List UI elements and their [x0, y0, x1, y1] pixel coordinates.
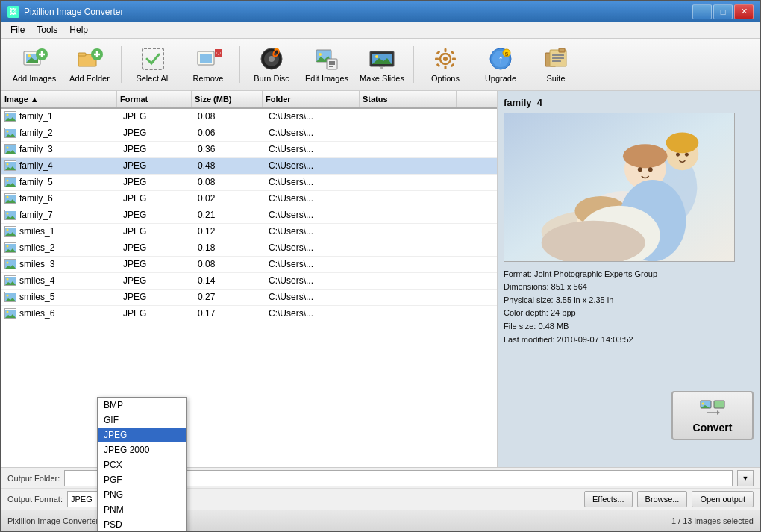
file-folder: C:\Users\... [263, 226, 360, 237]
col-header-folder[interactable]: Folder [263, 91, 360, 107]
title-bar: 🖼 Pixillion Image Converter — □ ✕ [1, 1, 760, 22]
output-folder-dropdown[interactable]: ▼ [737, 470, 754, 486]
remove-button[interactable]: Remove [181, 41, 235, 87]
file-folder: C:\Users\... [263, 128, 360, 138]
svg-point-103 [666, 132, 699, 153]
dropdown-option[interactable]: PCX [98, 457, 186, 472]
upgrade-icon: ↑ $ [487, 46, 514, 72]
dropdown-option[interactable]: JPEG 2000 [98, 442, 186, 457]
menu-help[interactable]: Help [63, 23, 94, 37]
svg-rect-39 [435, 58, 439, 60]
options-label: Options [431, 74, 460, 83]
svg-rect-38 [445, 66, 447, 69]
convert-icon [699, 398, 726, 419]
file-thumb-icon [4, 259, 16, 269]
svg-point-24 [319, 53, 322, 56]
close-button[interactable]: ✕ [734, 4, 754, 19]
file-name: family_5 [19, 177, 53, 187]
table-row[interactable]: smiles_1 JPEG 0.12 C:\Users\... [1, 224, 497, 240]
dropdown-option[interactable]: PNM [98, 502, 186, 517]
svg-rect-115 [714, 401, 724, 408]
convert-button[interactable]: Convert [671, 391, 754, 440]
make-slides-button[interactable]: Make Slides [355, 41, 409, 87]
toolbar-sep-1 [121, 46, 122, 83]
dropdown-option[interactable]: BMP [98, 398, 186, 413]
table-row[interactable]: family_5 JPEG 0.08 C:\Users\... [1, 175, 497, 191]
file-name: smiles_1 [19, 226, 54, 237]
svg-rect-44 [451, 63, 455, 68]
add-folder-button[interactable]: Add Folder [63, 41, 116, 87]
dropdown-option[interactable]: JPEG [98, 428, 186, 442]
file-folder: C:\Users\... [263, 177, 360, 187]
file-thumb-icon [4, 210, 16, 220]
dropdown-option[interactable]: PSD [98, 517, 186, 532]
file-format: JPEG [117, 128, 192, 138]
table-row[interactable]: smiles_4 JPEG 0.14 C:\Users\... [1, 273, 497, 290]
table-row[interactable]: family_6 JPEG 0.02 C:\Users\... [1, 191, 497, 207]
burn-disc-button[interactable]: Burn Disc [245, 41, 298, 87]
edit-images-button[interactable]: Edit Images [300, 41, 354, 87]
file-folder: C:\Users\... [263, 259, 360, 269]
browse-button[interactable]: Browse... [637, 491, 688, 507]
preview-format: Format: Joint Photographic Experts Group [504, 268, 754, 281]
table-row[interactable]: smiles_5 JPEG 0.27 C:\Users\... [1, 290, 497, 306]
svg-rect-41 [436, 51, 441, 55]
open-output-button[interactable]: Open output [692, 491, 754, 507]
col-header-format[interactable]: Format [117, 91, 192, 107]
svg-rect-52 [552, 54, 564, 56]
file-thumb-icon [4, 160, 16, 171]
table-row[interactable]: smiles_2 JPEG 0.18 C:\Users\... [1, 240, 497, 257]
col-header-status[interactable]: Status [360, 91, 457, 107]
table-row[interactable]: family_7 JPEG 0.21 C:\Users\... [1, 207, 497, 224]
options-button[interactable]: Options [419, 41, 472, 87]
file-size: 0.14 [192, 275, 263, 286]
select-all-icon [140, 46, 166, 72]
format-dropdown[interactable]: BMPGIFJPEGJPEG 2000PCXPGFPNGPNMPSDRASTGA… [97, 397, 187, 532]
file-rows: family_1 JPEG 0.08 C:\Users\... family_2… [1, 109, 497, 468]
dropdown-option[interactable]: GIF [98, 413, 186, 428]
svg-point-70 [7, 179, 9, 181]
preview-info: Format: Joint Photographic Experts Group… [504, 268, 754, 347]
file-folder: C:\Users\... [263, 275, 360, 286]
svg-point-58 [7, 113, 9, 116]
file-format: JPEG [117, 177, 192, 187]
select-all-button[interactable]: Select All [126, 41, 180, 87]
svg-point-94 [7, 310, 9, 313]
file-folder: C:\Users\... [263, 242, 360, 253]
table-row[interactable]: family_1 JPEG 0.08 C:\Users\... [1, 109, 497, 125]
file-format: JPEG [117, 193, 192, 204]
make-slides-icon [369, 46, 395, 72]
file-size: 0.08 [192, 177, 263, 187]
preview-filesize: File size: 0.48 MB [504, 320, 754, 334]
file-name: family_7 [19, 210, 53, 220]
burn-disc-label: Burn Disc [254, 74, 289, 83]
preview-image [504, 113, 735, 262]
table-row[interactable]: family_2 JPEG 0.06 C:\Users\... [1, 125, 497, 142]
col-header-image[interactable]: Image ▲ [1, 91, 117, 107]
dropdown-option[interactable]: PGF [98, 472, 186, 487]
svg-point-3 [28, 54, 31, 57]
suite-button[interactable]: Suite [529, 41, 583, 87]
file-thumb-icon [4, 292, 16, 302]
convert-label: Convert [693, 422, 733, 434]
add-images-button[interactable]: Add Images [7, 41, 61, 87]
minimize-button[interactable]: — [692, 4, 712, 19]
file-thumb-icon [4, 308, 16, 319]
file-size: 0.27 [192, 292, 263, 302]
col-header-size[interactable]: Size (MB) [192, 91, 263, 107]
svg-rect-8 [78, 53, 86, 56]
svg-text:$: $ [505, 51, 509, 57]
maximize-button[interactable]: □ [713, 4, 733, 19]
table-row[interactable]: smiles_3 JPEG 0.08 C:\Users\... [1, 257, 497, 273]
table-row[interactable]: smiles_6 JPEG 0.17 C:\Users\... [1, 306, 497, 322]
dropdown-option[interactable]: PNG [98, 487, 186, 502]
effects-button[interactable]: Effects... [584, 491, 633, 507]
svg-point-67 [7, 163, 9, 165]
file-folder: C:\Users\... [263, 144, 360, 154]
upgrade-button[interactable]: ↑ $ Upgrade [474, 41, 527, 87]
menu-tools[interactable]: Tools [31, 23, 63, 37]
table-row[interactable]: family_4 JPEG 0.48 C:\Users\... [1, 158, 497, 175]
main-area: Image ▲ Format Size (MB) Folder Status f… [1, 91, 760, 468]
table-row[interactable]: family_3 JPEG 0.36 C:\Users\... [1, 142, 497, 158]
menu-file[interactable]: File [4, 23, 31, 37]
